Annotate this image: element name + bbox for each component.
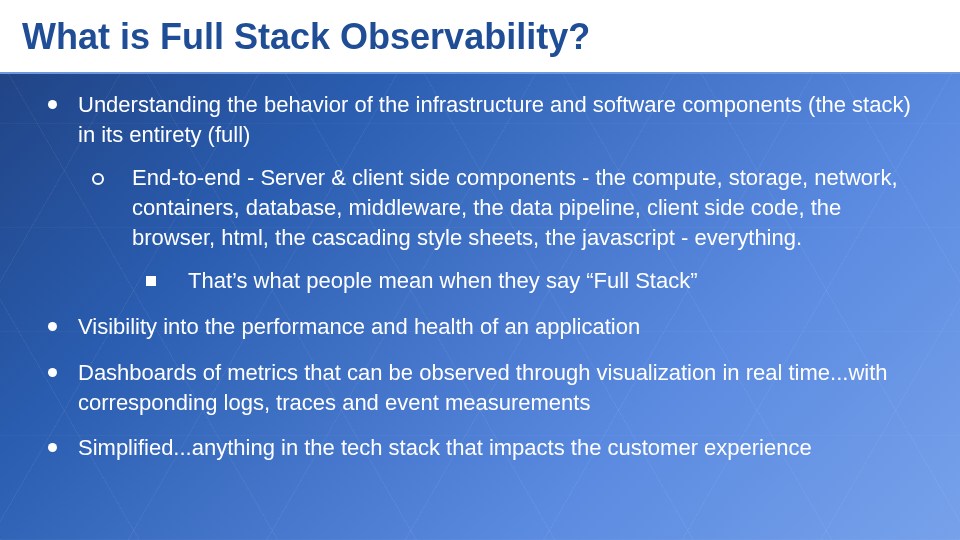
bullet-text: Dashboards of metrics that can be observ… — [78, 360, 888, 415]
bullet-text: Understanding the behavior of the infras… — [78, 92, 911, 147]
bullet-list-level1: Understanding the behavior of the infras… — [40, 90, 920, 463]
slide-content: Understanding the behavior of the infras… — [0, 74, 960, 463]
list-item: End-to-end - Server & client side compon… — [78, 163, 920, 296]
bullet-text: Visibility into the performance and heal… — [78, 314, 640, 339]
list-item: Dashboards of metrics that can be observ… — [40, 358, 920, 417]
list-item: Understanding the behavior of the infras… — [40, 90, 920, 296]
list-item: Visibility into the performance and heal… — [40, 312, 920, 342]
slide: What is Full Stack Observability? Unders… — [0, 0, 960, 540]
bullet-list-level2: End-to-end - Server & client side compon… — [78, 163, 920, 296]
bullet-text: End-to-end - Server & client side compon… — [132, 165, 898, 249]
slide-title: What is Full Stack Observability? — [22, 16, 938, 58]
bullet-list-level3: That’s what people mean when they say “F… — [132, 266, 920, 296]
bullet-text: Simplified...anything in the tech stack … — [78, 435, 812, 460]
bullet-text: That’s what people mean when they say “F… — [188, 268, 698, 293]
title-bar: What is Full Stack Observability? — [0, 0, 960, 74]
list-item: That’s what people mean when they say “F… — [132, 266, 920, 296]
list-item: Simplified...anything in the tech stack … — [40, 433, 920, 463]
